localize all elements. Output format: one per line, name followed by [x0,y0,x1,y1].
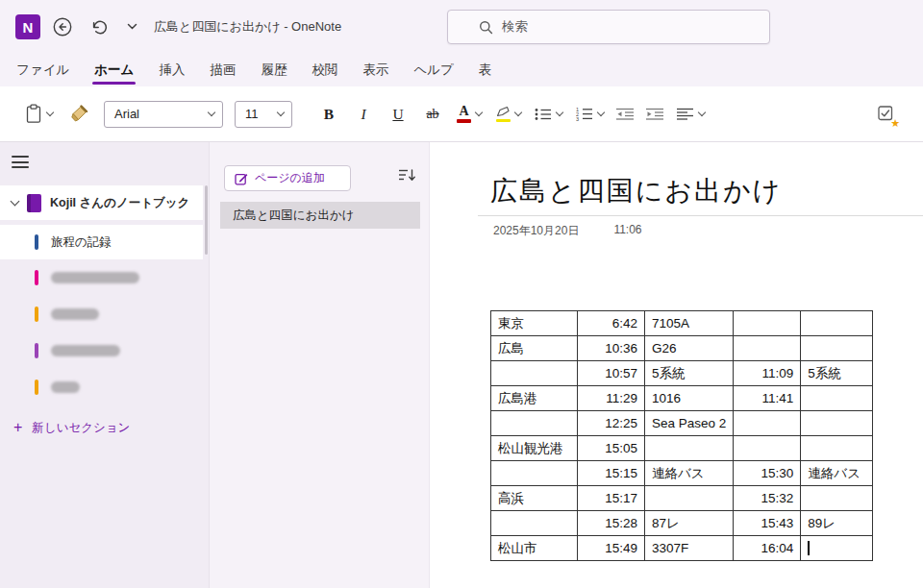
table-cell[interactable] [491,461,578,486]
table-cell[interactable]: 広島港 [491,386,578,411]
table-cell[interactable]: 15:05 [578,436,645,461]
customize-toolbar-button[interactable] [121,12,142,41]
table-cell[interactable] [801,486,873,511]
tab-table[interactable]: 表 [466,54,505,86]
font-size-select[interactable]: 11 [235,101,292,128]
table-cell[interactable] [801,436,873,461]
paste-button[interactable] [25,99,53,130]
tab-view[interactable]: 表示 [350,54,401,86]
table-cell[interactable]: 広島 [491,336,578,361]
table-cell[interactable]: 16:04 [734,536,801,561]
table-cell[interactable]: 15:17 [578,486,645,511]
table-cell[interactable]: 5系統 [645,361,734,386]
table-cell[interactable] [734,336,801,361]
paste-dropdown-chevron-icon[interactable] [46,109,54,116]
table-cell[interactable]: 6:42 [578,311,645,336]
tab-draw[interactable]: 描画 [197,54,248,86]
back-button[interactable] [48,12,77,41]
table-cell[interactable] [734,436,801,461]
table-cell[interactable] [801,411,873,436]
page-title[interactable]: 広島と四国にお出かけ [490,173,782,209]
tab-home[interactable]: ホーム [82,54,146,86]
table-cell[interactable]: 15:15 [578,461,645,486]
table-cell[interactable] [801,311,873,336]
font-color-button[interactable]: A [457,99,482,130]
table-cell[interactable] [734,311,801,336]
bullet-list-button[interactable] [535,99,562,130]
bold-button[interactable]: B [312,99,346,130]
table-cell[interactable]: 7105A [645,311,734,336]
sidebar-item-redacted-3[interactable] [0,332,209,369]
table-cell[interactable]: 連絡バス [801,461,873,486]
format-painter-button[interactable] [70,99,88,130]
table-cell[interactable]: 10:36 [578,336,645,361]
bullet-list-chevron-icon[interactable] [556,109,563,116]
sidebar-item-redacted-4[interactable] [0,369,209,405]
table-cell[interactable]: 11:09 [734,361,801,386]
table-cell[interactable]: 10:57 [578,361,645,386]
tab-review[interactable]: 校閲 [299,54,350,86]
table-cell[interactable] [801,386,873,411]
sidebar-item-redacted-1[interactable] [0,259,209,296]
sidebar-item-itinerary[interactable]: 旅程の記録 [0,225,203,259]
tab-help[interactable]: ヘルプ [401,54,465,86]
table-cell[interactable] [645,436,734,461]
table-cell[interactable]: 15:30 [734,461,801,486]
font-color-chevron-icon[interactable] [475,109,483,116]
page-content: 広島と四国にお出かけ 2025年10月20日 11:06 東京6:427105A… [430,142,923,588]
table-cell[interactable]: 15:49 [578,536,645,561]
table-cell[interactable]: 松山観光港 [491,436,578,461]
table-cell[interactable]: 松山市 [491,536,578,561]
sort-pages-button[interactable] [399,168,416,185]
tab-file[interactable]: ファイル [4,54,82,86]
table-cell[interactable]: 12:25 [578,411,645,436]
table-cell[interactable]: G26 [645,336,734,361]
table-cell[interactable] [491,361,578,386]
table-cell[interactable] [491,411,578,436]
add-page-button[interactable]: ページの追加 [224,165,351,191]
underline-button[interactable]: U [381,99,415,130]
increase-indent-button[interactable] [646,99,664,130]
table-cell[interactable]: 3307F [645,536,734,561]
font-name-select[interactable]: Arial [104,101,223,128]
sidebar-item-redacted-2[interactable] [0,296,209,332]
numbered-list-icon: 1 2 3 [576,107,593,121]
table-cell[interactable]: 87レ [645,511,734,536]
table-cell[interactable]: 高浜 [491,486,578,511]
search-box[interactable]: 検索 [447,10,770,44]
table-cell[interactable]: 1016 [645,386,734,411]
notebook-row[interactable]: KojiI さんのノートブック [0,185,203,220]
table-cell[interactable]: 89レ [801,511,873,536]
table-cell[interactable]: 15:43 [734,511,801,536]
italic-button[interactable]: I [346,99,381,130]
strikethrough-button[interactable]: ab [415,99,450,130]
decrease-indent-button[interactable] [616,99,635,130]
table-cell[interactable]: 5系統 [801,361,873,386]
table-cell[interactable]: Sea Paseo 2 [645,411,734,436]
table-cell[interactable]: 連絡バス [645,461,734,486]
tab-history[interactable]: 履歴 [248,54,299,86]
notebook-chevron-icon[interactable] [11,197,20,207]
page-list-item[interactable]: 広島と四国にお出かけ [220,202,420,229]
table-cell[interactable] [645,486,734,511]
table-cell[interactable]: 15:32 [734,486,801,511]
highlight-button[interactable] [495,99,521,130]
alignment-chevron-icon[interactable] [698,109,706,116]
navigation-menu-button[interactable] [12,156,29,168]
alignment-button[interactable] [677,99,705,130]
numbered-list-button[interactable]: 1 2 3 [576,99,604,130]
tab-insert[interactable]: 挿入 [146,54,197,86]
todo-tag-button[interactable]: ★ [871,98,900,131]
table-cell[interactable]: 15:28 [578,511,645,536]
highlight-chevron-icon[interactable] [514,109,522,116]
table-cell[interactable] [801,336,873,361]
numbered-list-chevron-icon[interactable] [597,109,605,116]
table-cell[interactable]: 11:41 [734,386,801,411]
table-cell[interactable] [734,411,801,436]
table-cell[interactable] [801,536,873,561]
table-cell[interactable]: 東京 [491,311,578,336]
new-section-button[interactable]: +新しいセクション [0,415,130,440]
table-cell[interactable]: 11:29 [578,386,645,411]
table-cell[interactable] [491,511,578,536]
undo-button[interactable] [85,12,113,41]
